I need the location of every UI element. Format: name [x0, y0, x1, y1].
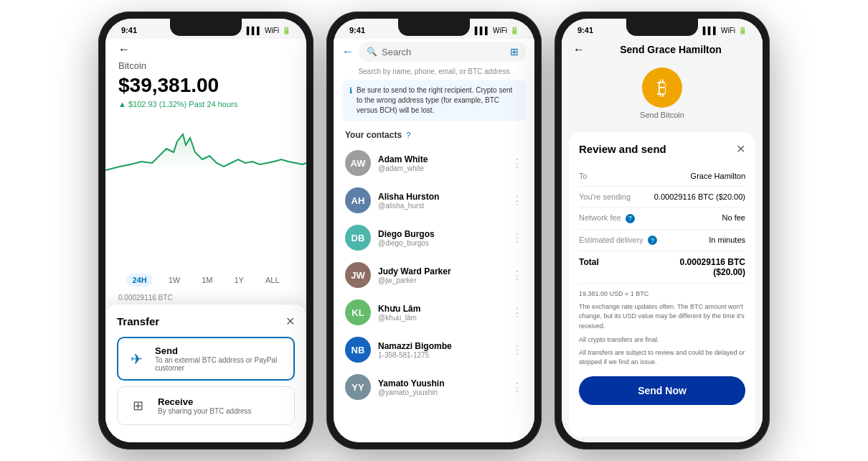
contact-handle: @diego_burgos: [378, 239, 504, 247]
contact-name: Namazzi Bigombe: [378, 341, 504, 351]
contact-handle: @yamato_yuushin: [378, 388, 504, 396]
qr-code-icon[interactable]: ⊞: [510, 46, 519, 57]
contact-handle: @khưu_lâm: [378, 314, 504, 322]
to-value: Grace Hamilton: [691, 172, 745, 180]
sending-value: 0.00029116 BTC ($20.00): [654, 192, 745, 201]
review-row-delivery: Estimated delivery ? In minutes: [579, 230, 745, 252]
list-item[interactable]: JW Judy Ward Parker @jw_parker ⋮: [334, 256, 534, 294]
phone-2-screen: 9:41 ▌▌▌ WiFi 🔋 ← 🔍 Search ⊞ Search by n: [334, 19, 534, 442]
chart-area: [105, 113, 306, 269]
send-icon: ✈: [127, 348, 146, 371]
contact-avatar: JW: [345, 262, 371, 288]
phone2-main: ← 🔍 Search ⊞ Search by name, phone, emai…: [334, 39, 534, 442]
search-bar[interactable]: 🔍 Search ⊞: [359, 42, 526, 62]
phone-1: 9:41 ▌▌▌ WiFi 🔋 ← Bitcoin $39,381.00 ▲ $…: [98, 11, 313, 450]
contact-name: Judy Ward Parker: [378, 266, 504, 276]
status-icons-2: ▌▌▌ WiFi 🔋: [475, 27, 519, 34]
fee-value: No fee: [722, 213, 745, 222]
list-item[interactable]: AH Alisha Hurston @alisha_hurst ⋮: [334, 182, 534, 219]
contact-info: Alisha Hurston @alisha_hurst: [378, 192, 504, 210]
disclaimer-rate-note: The exchange rate updates often. The BTC…: [579, 302, 745, 332]
contacts-help-icon[interactable]: ?: [406, 131, 410, 139]
contact-info: Yamato Yuushin @yamato_yuushin: [378, 378, 504, 396]
modal-close-button[interactable]: ✕: [286, 315, 295, 328]
contact-more-icon[interactable]: ⋮: [511, 306, 523, 320]
phone-3-screen: 9:41 ▌▌▌ WiFi 🔋 ← Send Grace Hamilton ₿ …: [562, 19, 763, 442]
delivery-help-icon[interactable]: ?: [648, 236, 657, 245]
sending-label: You're sending: [579, 192, 631, 201]
phone-1-screen: 9:41 ▌▌▌ WiFi 🔋 ← Bitcoin $39,381.00 ▲ $…: [105, 19, 306, 442]
recipient-avatar: ₿: [642, 67, 682, 108]
review-row-total: Total 0.00029116 BTC($20.00): [579, 251, 745, 284]
modal-header: Transfer ✕: [117, 315, 295, 328]
tab-1y[interactable]: 1Y: [228, 274, 249, 287]
battery-icon: 🔋: [282, 27, 291, 34]
warning-banner: ℹ Be sure to send to the right recipient…: [342, 80, 526, 121]
battery-icon-2: 🔋: [510, 27, 519, 34]
tab-1m[interactable]: 1M: [196, 274, 218, 287]
search-input[interactable]: Search: [382, 47, 506, 57]
modal-title: Transfer: [117, 315, 159, 327]
send-option-desc: To an external BTC address or PayPal cus…: [155, 356, 285, 372]
coin-price: $39,381.00: [105, 73, 306, 98]
price-chart: [105, 113, 306, 199]
search-back-button[interactable]: ←: [342, 45, 354, 58]
contact-name: Khưu Lâm: [378, 304, 504, 314]
status-bar-1: 9:41 ▌▌▌ WiFi 🔋: [105, 19, 306, 39]
phone1-header: ←: [105, 39, 306, 59]
btc-bottom-value: 0.00029116 BTC: [105, 291, 306, 304]
contact-more-icon[interactable]: ⋮: [511, 194, 523, 208]
contact-more-icon[interactable]: ⋮: [511, 231, 523, 245]
list-item[interactable]: YY Yamato Yuushin @yamato_yuushin ⋮: [334, 368, 534, 406]
list-item[interactable]: AW Adam White @adam_white ⋮: [334, 144, 534, 182]
phones-container: 9:41 ▌▌▌ WiFi 🔋 ← Bitcoin $39,381.00 ▲ $…: [0, 0, 868, 461]
time-tabs: 24H 1W 1M 1Y ALL: [105, 269, 306, 291]
contact-handle: @adam_white: [378, 164, 504, 172]
list-item[interactable]: KL Khưu Lâm @khưu_lâm ⋮: [334, 294, 534, 331]
warning-text: Be sure to send to the right recipient. …: [357, 85, 519, 116]
contact-more-icon[interactable]: ⋮: [511, 343, 523, 357]
search-header: ← 🔍 Search ⊞: [334, 39, 534, 66]
contact-more-icon[interactable]: ⋮: [511, 269, 523, 282]
wifi-icon-3: WiFi: [721, 27, 735, 34]
contact-avatar: KL: [345, 299, 371, 325]
list-item[interactable]: NB Namazzi Bigombe 1-358-581-1275 ⋮: [334, 331, 534, 368]
receive-option[interactable]: ⊞ Receive By sharing your BTC address: [117, 386, 295, 425]
send-option[interactable]: ✈ Send To an external BTC address or Pay…: [117, 337, 295, 381]
contact-info: Diego Burgos @diego_burgos: [378, 229, 504, 247]
back-button-1[interactable]: ←: [118, 43, 130, 55]
contact-more-icon[interactable]: ⋮: [511, 381, 523, 394]
tab-24h[interactable]: 24H: [126, 274, 152, 287]
review-row-fee: Network fee ? No fee: [579, 208, 745, 230]
review-close-button[interactable]: ✕: [736, 142, 745, 156]
phone-3: 9:41 ▌▌▌ WiFi 🔋 ← Send Grace Hamilton ₿ …: [555, 11, 770, 450]
send-bitcoin-label: Send Bitcoin: [640, 111, 684, 119]
receive-icon: ⊞: [126, 394, 149, 417]
review-header-title: Send Grace Hamilton: [590, 44, 751, 55]
list-item[interactable]: DB Diego Burgos @diego_burgos ⋮: [334, 219, 534, 256]
tab-all[interactable]: ALL: [260, 274, 286, 287]
search-icon: 🔍: [367, 47, 377, 57]
contact-name: Adam White: [378, 154, 504, 164]
wifi-icon: WiFi: [265, 27, 279, 34]
contact-name: Diego Burgos: [378, 229, 504, 239]
review-modal: Review and send ✕ To Grace Hamilton You'…: [569, 132, 755, 437]
contact-info: Namazzi Bigombe 1-358-581-1275: [378, 341, 504, 359]
price-change: ▲ $102.93 (1.32%) Past 24 hours: [105, 98, 306, 113]
wifi-icon-2: WiFi: [493, 27, 507, 34]
review-top-header: ← Send Grace Hamilton: [562, 39, 763, 60]
tab-1w[interactable]: 1W: [163, 274, 187, 287]
send-now-button[interactable]: Send Now: [579, 376, 745, 405]
contact-handle: @jw_parker: [378, 276, 504, 284]
contact-more-icon[interactable]: ⋮: [511, 157, 523, 170]
contacts-label: Your contacts: [345, 130, 402, 140]
fee-help-icon[interactable]: ?: [626, 214, 635, 223]
review-back-button[interactable]: ←: [573, 43, 585, 56]
status-time-3: 9:41: [577, 26, 593, 34]
status-time-2: 9:41: [349, 26, 365, 34]
contact-list: AW Adam White @adam_white ⋮ AH Alisha Hu…: [334, 144, 534, 442]
receive-option-title: Receive: [158, 396, 252, 407]
contact-handle: 1-358-581-1275: [378, 351, 504, 359]
review-modal-header: Review and send ✕: [579, 142, 745, 156]
status-time-1: 9:41: [121, 26, 137, 34]
